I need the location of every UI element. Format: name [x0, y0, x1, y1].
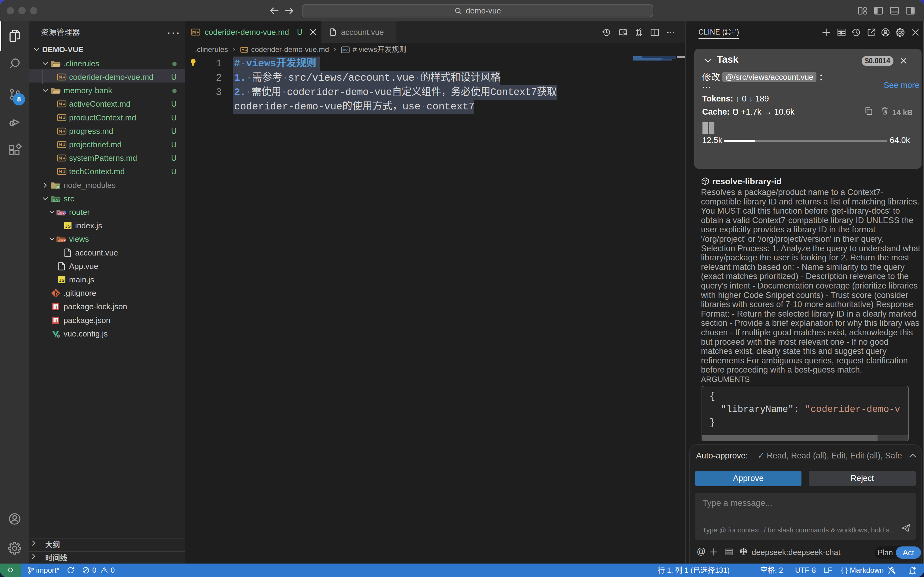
svg-text:JS: JS [65, 223, 71, 229]
svg-text:</>: </> [55, 198, 60, 202]
svg-text:js: js [56, 185, 59, 189]
svg-text:JS: JS [59, 277, 64, 283]
svg-text:abc: abc [343, 48, 348, 52]
svg-text:<>: <> [62, 239, 65, 242]
